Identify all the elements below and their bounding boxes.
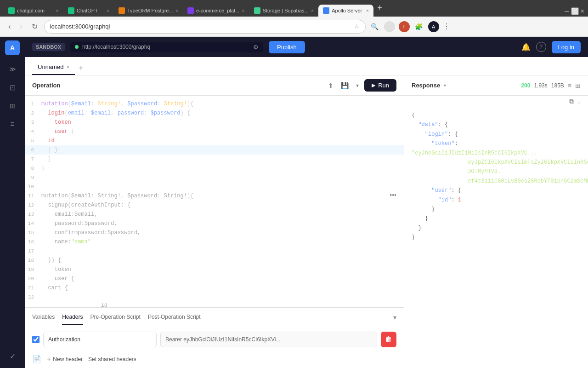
app-container: A ≫ ⊡ ⊞ ≡ ✓ SANDBOX http://localhost:300… [0, 37, 588, 368]
response-header: Response ▾ 200 1.93s 185B ≡ ⊞ [404, 75, 588, 96]
bottom-tab-chevron[interactable]: ▾ [393, 314, 396, 321]
header-checkbox[interactable] [32, 336, 40, 343]
code-line: 20 user { [25, 274, 404, 283]
tab-label: ChatGPT [77, 8, 104, 13]
tab-unnamed-close[interactable]: × [66, 64, 69, 70]
header-delete-button[interactable]: 🗑 [381, 332, 396, 347]
tab-label: Apollo Server [332, 8, 364, 13]
add-tab-button[interactable]: + [75, 62, 86, 74]
code-line: 13 email:$email, [25, 210, 404, 219]
bell-icon[interactable]: 🔔 [521, 43, 531, 52]
extension-icon-3[interactable]: 🧩 [413, 21, 424, 32]
share-icon[interactable]: ⬆ [326, 80, 335, 91]
tab-close-icon[interactable]: × [366, 8, 369, 13]
endpoint-bar[interactable]: http://localhost:3000/graphq ⚙ [70, 42, 263, 52]
copy-response-icon[interactable]: ⧉ [569, 98, 574, 105]
help-icon[interactable]: ? [536, 42, 546, 52]
browser-tab-chatgpt[interactable]: chatgpt.com × [4, 5, 63, 17]
code-line: 10 [25, 182, 404, 191]
tab-headers[interactable]: Headers [62, 310, 83, 325]
new-header-button[interactable]: + New header [47, 355, 83, 363]
address-bar-row: ‹ › ↻ localhost:3000/graphql ☆ 🔍 F 🧩 A ⋮ [0, 17, 588, 37]
code-line: 18 }) { [25, 256, 404, 265]
code-line: 1 mutation($email: String!, $password: S… [25, 99, 404, 109]
tab-close-icon[interactable]: × [107, 8, 109, 13]
tab-post-operation[interactable]: Post-Operation Script [148, 310, 201, 325]
endpoint-settings-icon[interactable]: ⚙ [253, 44, 259, 51]
sidebar-item-list[interactable]: ≡ [4, 116, 21, 132]
browser-tab-apollo[interactable]: Apollo Server × [318, 5, 373, 17]
tab-label: e-commerce_plat... [196, 8, 239, 13]
minimize-button[interactable]: ─ [565, 7, 569, 15]
line-action-button[interactable]: ••• [390, 191, 396, 199]
chatgpt2-favicon [68, 7, 74, 14]
sidebar-logo: A [5, 40, 20, 55]
browser-tab-storage[interactable]: Storage | Supabas... × [249, 5, 319, 17]
tab-close-icon[interactable]: × [175, 8, 178, 13]
app-topbar: SANDBOX http://localhost:3000/graphq ⚙ P… [25, 37, 588, 57]
menu-icon[interactable]: ⋮ [443, 22, 450, 31]
publish-button[interactable]: Publish [269, 41, 305, 53]
sidebar-item-collapse[interactable]: ≫ [4, 61, 21, 77]
table-view-icon[interactable]: ⊞ [575, 82, 581, 89]
code-line: 5 id [25, 136, 404, 145]
header-value-input[interactable] [160, 332, 377, 347]
sidebar-item-check[interactable]: ✓ [4, 348, 21, 364]
tab-pre-operation[interactable]: Pre-Operation Script [90, 310, 141, 325]
tab-close-icon[interactable]: × [56, 8, 59, 13]
bookmark-icon[interactable]: ☆ [354, 23, 360, 30]
response-panel: Response ▾ 200 1.93s 185B ≡ ⊞ ⧉ ↓ { [404, 75, 588, 368]
profile-icon[interactable]: A [428, 21, 439, 32]
list-view-icon[interactable]: ≡ [568, 82, 571, 89]
editor-response-area: Operation ⬆ 💾 ▾ ▶ Run 1 mutation($email:… [25, 75, 588, 368]
sandbox-badge: SANDBOX [32, 43, 65, 51]
response-body: { "data": { "login": { "token": "eyJhbGc… [404, 107, 588, 368]
new-tab-button[interactable]: + [373, 3, 386, 13]
tab-unnamed[interactable]: Unnamed × [32, 60, 75, 75]
reload-button[interactable]: ↻ [29, 20, 40, 33]
save-dropdown-icon[interactable]: ▾ [354, 80, 361, 91]
run-button[interactable]: ▶ Run [364, 79, 396, 92]
shared-headers-button[interactable]: Set shared headers [88, 356, 136, 362]
header-key-input[interactable] [43, 332, 157, 347]
code-line: 16 name:"emma" [25, 237, 404, 247]
browser-tab-chatgpt2[interactable]: ChatGPT × [63, 5, 114, 17]
code-line: 21 cart { [25, 283, 404, 293]
bottom-tab-bar: Variables Headers Pre-Operation Script P… [25, 308, 404, 327]
tab-label: TypeORM Postgre... [127, 8, 173, 13]
forward-button[interactable]: › [17, 21, 25, 33]
tab-variables[interactable]: Variables [32, 310, 55, 325]
sidebar-item-fields[interactable]: ⊞ [4, 98, 21, 114]
code-line: 7 } [25, 155, 404, 164]
tab-close-icon[interactable]: × [311, 8, 314, 13]
tab-close-icon[interactable]: × [242, 8, 244, 13]
header-row: 🗑 [32, 332, 396, 347]
code-line: 9 [25, 173, 404, 182]
close-window-button[interactable]: × [581, 7, 584, 15]
login-button[interactable]: Log in [552, 41, 581, 53]
back-button[interactable]: ‹ [6, 21, 13, 33]
code-line: 19 token [25, 265, 404, 274]
plus-icon: + [47, 355, 51, 363]
address-bar[interactable]: localhost:3000/graphql ☆ [44, 20, 366, 34]
ecommerce-favicon [187, 7, 194, 14]
address-text: localhost:3000/graphql [50, 23, 351, 30]
code-line: 17 [25, 247, 404, 256]
status-200: 200 [521, 82, 530, 89]
code-line: 15 confirmpassword:$password, [25, 228, 404, 237]
extension-icon-2[interactable]: F [399, 21, 410, 32]
code-editor[interactable]: 1 mutation($email: String!, $password: S… [25, 96, 404, 307]
sidebar-item-query[interactable]: ⊡ [4, 79, 21, 96]
run-icon: ▶ [372, 82, 375, 88]
maximize-button[interactable]: ⬜ [571, 7, 579, 15]
tab-unnamed-label: Unnamed [38, 63, 63, 70]
search-icon-btn[interactable]: 🔍 [369, 21, 380, 32]
browser-tab-typeorm[interactable]: TypeORM Postgre... × [114, 5, 183, 17]
response-chevron-icon[interactable]: ▾ [444, 83, 446, 88]
download-response-icon[interactable]: ↓ [577, 98, 581, 105]
browser-tab-ecommerce[interactable]: e-commerce_plat... × [183, 5, 249, 17]
extension-icon-1[interactable] [384, 21, 395, 32]
tab-label: chatgpt.com [17, 8, 54, 13]
save-icon[interactable]: 💾 [339, 80, 351, 91]
response-time: 1.93s [534, 82, 547, 89]
